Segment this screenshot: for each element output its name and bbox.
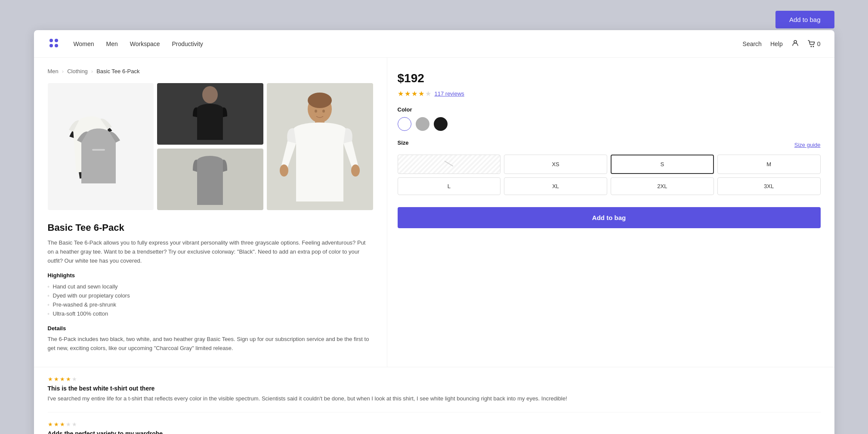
highlights-heading: Highlights bbox=[48, 272, 373, 279]
review-1-title: This is the best white t-shirt out there bbox=[48, 385, 821, 392]
nav-productivity[interactable]: Productivity bbox=[172, 40, 203, 47]
color-white-swatch[interactable] bbox=[398, 117, 411, 131]
top-add-to-bag-button[interactable]: Add to bag bbox=[775, 11, 834, 28]
product-images bbox=[48, 83, 373, 210]
size-3xl-btn[interactable]: 3XL bbox=[717, 177, 821, 195]
cart-count: 0 bbox=[817, 40, 821, 47]
review-count-link[interactable]: 117 reviews bbox=[435, 90, 464, 97]
star-5: ★ bbox=[425, 90, 431, 98]
nav-workspace[interactable]: Workspace bbox=[130, 40, 160, 47]
help-button[interactable]: Help bbox=[770, 40, 783, 47]
product-image-main[interactable] bbox=[48, 83, 154, 210]
svg-point-2 bbox=[49, 44, 53, 47]
size-s-btn[interactable]: S bbox=[611, 155, 714, 174]
reviews-section: ★★ ★★ ★ This is the best white t-shirt o… bbox=[34, 367, 834, 434]
product-description: The Basic Tee 6-Pack allows you to fully… bbox=[48, 239, 373, 265]
svg-point-0 bbox=[49, 39, 53, 42]
color-label: Color bbox=[398, 106, 821, 113]
svg-rect-7 bbox=[92, 149, 105, 151]
svg-point-3 bbox=[55, 44, 58, 47]
svg-point-6 bbox=[812, 46, 814, 47]
size-l-btn[interactable]: L bbox=[398, 177, 501, 195]
size-xxs-btn[interactable] bbox=[398, 155, 501, 174]
svg-point-1 bbox=[55, 39, 58, 42]
star-2: ★ bbox=[405, 90, 411, 98]
highlight-item: Pre-washed & pre-shrunk bbox=[48, 300, 373, 309]
breadcrumb-product: Basic Tee 6-Pack bbox=[96, 68, 139, 74]
breadcrumb-men[interactable]: Men bbox=[48, 68, 59, 74]
details-heading: Details bbox=[48, 325, 373, 332]
size-xl-btn[interactable]: XL bbox=[504, 177, 607, 195]
svg-line-16 bbox=[445, 161, 453, 166]
product-image-top-right[interactable] bbox=[157, 83, 263, 145]
highlight-item: Dyed with our propietary colors bbox=[48, 291, 373, 300]
size-grid: XS S M L XL 2XL 3XL bbox=[398, 155, 821, 195]
svg-point-5 bbox=[810, 46, 812, 47]
product-image-large[interactable] bbox=[267, 83, 373, 210]
review-2-title: Adds the perfect variety to my wardrobe bbox=[48, 430, 821, 434]
svg-point-10 bbox=[308, 93, 332, 108]
size-2xl-btn[interactable]: 2XL bbox=[611, 177, 714, 195]
details-text: The 6-Pack includes two black, two white… bbox=[48, 335, 373, 353]
review-item-2: ★★ ★★ ★ Adds the perfect variety to my w… bbox=[48, 412, 821, 434]
star-4: ★ bbox=[418, 90, 424, 98]
header-right: Search Help 0 bbox=[743, 39, 821, 48]
size-xs-btn[interactable]: XS bbox=[504, 155, 607, 174]
size-label: Size bbox=[398, 140, 409, 146]
star-3: ★ bbox=[411, 90, 417, 98]
size-m-btn[interactable]: M bbox=[717, 155, 821, 174]
svg-point-4 bbox=[794, 40, 797, 43]
product-options-panel: $192 ★ ★ ★ ★ ★ 117 reviews Color bbox=[387, 58, 834, 367]
review-1-text: I've searched my entire life for a t-shi… bbox=[48, 394, 821, 403]
star-1: ★ bbox=[398, 90, 404, 98]
svg-point-8 bbox=[202, 86, 218, 103]
svg-point-14 bbox=[315, 110, 317, 113]
star-rating: ★ ★ ★ ★ ★ bbox=[398, 90, 431, 98]
size-guide-link[interactable]: Size guide bbox=[794, 142, 821, 148]
main-header: Women Men Workspace Productivity Search … bbox=[34, 30, 834, 58]
product-title: Basic Tee 6-Pack bbox=[48, 222, 373, 233]
product-price: $192 bbox=[398, 71, 821, 85]
highlight-item: Ultra-soft 100% cotton bbox=[48, 309, 373, 318]
svg-point-13 bbox=[351, 164, 360, 177]
review-item-1: ★★ ★★ ★ This is the best white t-shirt o… bbox=[48, 367, 821, 412]
highlight-item: Hand cut and sewn locally bbox=[48, 282, 373, 291]
nav-men[interactable]: Men bbox=[106, 40, 117, 47]
account-button[interactable] bbox=[791, 39, 799, 48]
color-options bbox=[398, 117, 821, 131]
add-to-bag-button[interactable]: Add to bag bbox=[398, 207, 821, 228]
cart-button[interactable]: 0 bbox=[808, 40, 821, 48]
highlights-list: Hand cut and sewn locally Dyed with our … bbox=[48, 282, 373, 318]
svg-point-12 bbox=[280, 164, 288, 177]
logo[interactable] bbox=[48, 37, 60, 51]
color-gray-swatch[interactable] bbox=[416, 117, 429, 131]
color-black-swatch[interactable] bbox=[434, 117, 448, 131]
breadcrumb: Men › Clothing › Basic Tee 6-Pack bbox=[48, 68, 373, 74]
nav-women[interactable]: Women bbox=[74, 40, 94, 47]
rating-row: ★ ★ ★ ★ ★ 117 reviews bbox=[398, 90, 821, 98]
search-button[interactable]: Search bbox=[743, 40, 762, 47]
main-nav: Women Men Workspace Productivity bbox=[74, 40, 203, 47]
breadcrumb-clothing[interactable]: Clothing bbox=[67, 68, 88, 74]
svg-point-15 bbox=[322, 110, 325, 113]
product-image-bottom-right[interactable] bbox=[157, 149, 263, 210]
